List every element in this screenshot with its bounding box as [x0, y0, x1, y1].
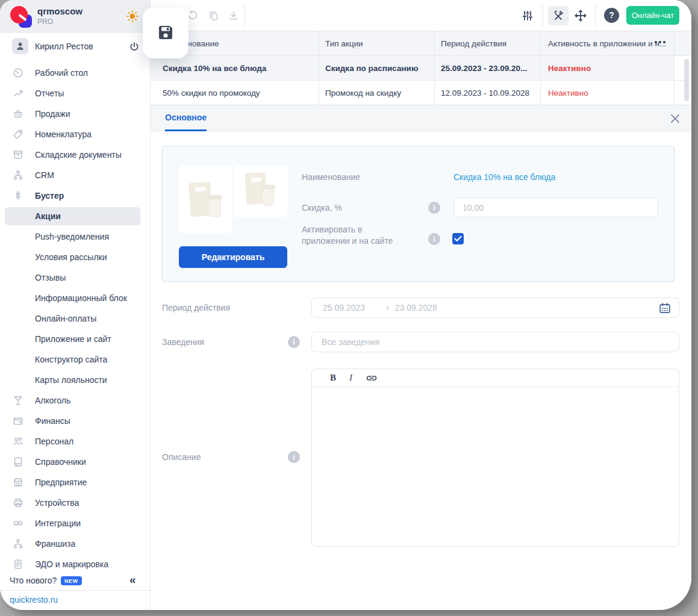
sidebar-item-предприятие[interactable]: Предприятие — [0, 472, 150, 493]
sidebar-item-онлайн-оплаты[interactable]: Онлайн-оплаты — [0, 308, 150, 329]
warehouse-icon — [12, 149, 24, 161]
sidebar-item-crm[interactable]: CRM — [0, 165, 150, 185]
sidebar-item-устройства[interactable]: Устройства — [0, 493, 150, 513]
italic-button[interactable]: I — [349, 373, 352, 383]
sidebar-item-label: Приложение и сайт — [35, 334, 111, 344]
sidebar-item-label: Карты лояльности — [35, 375, 107, 385]
theme-sun-icon[interactable] — [125, 9, 140, 23]
sidebar-item-отчеты[interactable]: Отчеты — [0, 83, 150, 104]
sidebar-item-рабочий-стол[interactable]: Рабочий стол — [0, 63, 150, 83]
sidebar-item-отзывы[interactable]: Отзывы — [0, 267, 150, 288]
tools-button[interactable] — [548, 6, 569, 25]
new-badge[interactable]: NEW — [61, 576, 82, 585]
sidebar-item-label: Складские документы — [35, 150, 122, 160]
description-editor: B I — [311, 369, 679, 547]
whats-new-link[interactable]: Что нового? — [10, 576, 57, 585]
sidebar-item-карты-лояльности[interactable]: Карты лояльности — [0, 370, 150, 390]
franchise-icon — [12, 538, 24, 550]
sidebar-item-label: Отзывы — [35, 273, 66, 282]
sidebar-item-label: Справочники — [35, 457, 86, 467]
collapse-sidebar-icon[interactable]: « — [129, 573, 136, 586]
download-icon[interactable] — [228, 10, 240, 22]
edit-button[interactable]: Редактировать — [179, 246, 287, 268]
alcohol-icon — [12, 394, 24, 406]
sidebar-item-push-уведомления[interactable]: Push-уведомления — [0, 226, 150, 247]
sidebar-item-label: ЭДО и маркировка — [35, 559, 108, 569]
activate-checkbox[interactable] — [452, 233, 464, 244]
sidebar-item-информационный-блок[interactable]: Информационный блок — [0, 288, 150, 308]
row-type: Промокод на скидку — [319, 81, 435, 105]
sidebar-item-номенклатура[interactable]: Номенклатура — [0, 124, 150, 145]
table-scrollbar[interactable] — [684, 59, 689, 101]
site-row: quickresto.ru — [0, 590, 150, 610]
sidebar-item-label: Франшиза — [35, 539, 75, 549]
sidebar-item-label: Онлайн-оплаты — [35, 314, 96, 323]
period-input[interactable]: 25.09.2023 › 23.09.2028 — [311, 297, 679, 318]
brand-name: qrmoscow — [37, 6, 83, 16]
info-icon[interactable]: i — [288, 451, 300, 463]
status-badge: Неактивно — [541, 81, 675, 105]
sidebar-item-продажи[interactable]: Продажи — [0, 104, 150, 124]
sidebar-item-бустер[interactable]: Бустер — [0, 185, 150, 206]
nomenclature-icon — [12, 128, 24, 140]
quickresto-link[interactable]: quickresto.ru — [10, 595, 58, 605]
sidebar-item-приложение-и-сайт[interactable]: Приложение и сайт — [0, 329, 150, 349]
tab-main[interactable]: Основное — [165, 105, 207, 131]
top-toolbar: ? Онлайн-чат — [151, 0, 691, 31]
promo-image-1 — [179, 166, 232, 233]
copy-icon[interactable] — [208, 10, 220, 22]
sidebar-item-финансы[interactable]: Финансы — [0, 411, 150, 431]
undo-icon[interactable] — [187, 10, 199, 22]
sidebar-item-label: Финансы — [35, 416, 70, 426]
name-label: Наименование — [302, 172, 360, 182]
staff-icon — [12, 435, 24, 447]
logout-power-icon[interactable] — [128, 41, 140, 53]
discount-input[interactable] — [453, 198, 658, 217]
description-textarea[interactable] — [312, 387, 679, 546]
sidebar-item-персонал[interactable]: Персонал — [0, 431, 150, 452]
help-icon[interactable]: ? — [604, 8, 619, 23]
discount-label: Скидка, % — [302, 203, 342, 213]
info-icon[interactable]: i — [428, 202, 440, 214]
filters-sliders-icon[interactable] — [522, 10, 534, 22]
sidebar-item-франшиза[interactable]: Франшиза — [0, 534, 150, 554]
sidebar: qrmoscow PRO — [0, 0, 151, 610]
row-type: Скидка по расписанию — [319, 56, 435, 80]
link-icon[interactable] — [366, 372, 378, 384]
sidebar-item-условия-рассылки[interactable]: Условия рассылки — [0, 247, 150, 267]
sidebar-item-справочники[interactable]: Справочники — [0, 452, 150, 472]
sidebar-item-алкоголь[interactable]: Алкоголь — [0, 390, 150, 411]
online-chat-button[interactable]: Онлайн-чат — [626, 6, 679, 25]
move-icon[interactable] — [574, 9, 587, 22]
period-label: Период действия — [162, 303, 230, 313]
promo-image-2 — [234, 166, 287, 217]
user-row: Кирилл Рестов — [0, 33, 150, 61]
promo-name-link[interactable]: Скидка 10% на все блюда — [453, 172, 555, 182]
sidebar-item-интеграции[interactable]: Интеграции — [0, 513, 150, 534]
detail-tabbar: Основное — [151, 105, 691, 131]
sidebar-item-акции[interactable]: Акции — [0, 206, 150, 226]
table-row[interactable]: 50% скидки по промокоду Промокод на скид… — [151, 81, 691, 105]
sidebar-item-складские-документы[interactable]: Складские документы — [0, 145, 150, 165]
save-button[interactable] — [143, 7, 189, 58]
venues-input[interactable] — [311, 332, 679, 352]
close-icon[interactable] — [668, 112, 682, 125]
sidebar-item-label: Условия рассылки — [35, 252, 107, 262]
enterprise-icon — [12, 476, 24, 488]
table-row[interactable]: Скидка 10% на все блюда Скидка по распис… — [151, 56, 691, 81]
promos-table-header: Наименование Тип акции Период действия А… — [151, 31, 691, 56]
sidebar-item-label: Предприятие — [35, 478, 87, 487]
sidebar-item-конструктор-сайта[interactable]: Конструктор сайта — [0, 349, 150, 370]
calendar-icon[interactable] — [658, 302, 672, 315]
sidebar-item-label: Рабочий стол — [35, 68, 88, 78]
avatar — [12, 38, 28, 54]
info-icon[interactable]: i — [288, 336, 300, 348]
row-name: Скидка 10% на все блюда — [151, 56, 319, 80]
period-from-value: 25.09.2023 — [323, 303, 386, 313]
bold-button[interactable]: B — [330, 373, 336, 383]
info-icon[interactable]: i — [428, 233, 440, 245]
crm-icon — [12, 169, 24, 181]
sidebar-menu: Рабочий столОтчетыПродажиНоменклатураСкл… — [0, 63, 150, 574]
col-header-type: Тип акции — [319, 31, 435, 55]
column-settings-icon[interactable] — [655, 41, 665, 43]
